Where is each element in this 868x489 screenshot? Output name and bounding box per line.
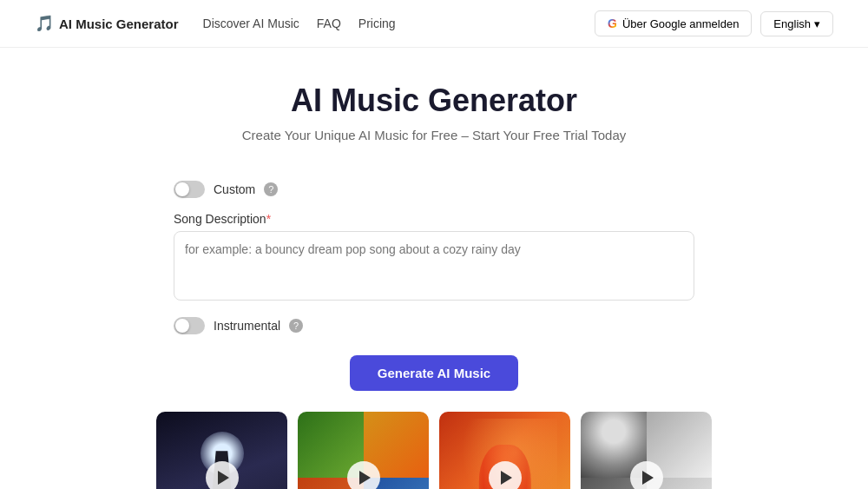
nav-pricing[interactable]: Pricing <box>358 17 396 30</box>
logo-text: AI Music Generator <box>59 17 179 31</box>
header: 🎵 AI Music Generator Discover AI Music F… <box>0 0 868 48</box>
instrumental-toggle[interactable] <box>174 317 205 334</box>
field-label-text: Song Description <box>174 212 266 226</box>
logo: 🎵 AI Music Generator <box>35 14 179 33</box>
song-description-input[interactable] <box>174 231 694 301</box>
form-area: Custom ? Song Description* Instrumental … <box>156 181 712 391</box>
music-card[interactable]: Dil ka raja created by Tanya Thakur <box>156 412 287 489</box>
music-card[interactable]: 生活之歌 created by 京鵲 <box>581 412 712 489</box>
nav-discover[interactable]: Discover AI Music <box>203 17 299 30</box>
google-signin-label: Über Google anmelden <box>622 17 739 30</box>
hero-subtitle: Create Your Unique AI Music for Free – S… <box>17 128 851 142</box>
required-marker: * <box>266 212 271 226</box>
generate-button[interactable]: Generate AI Music <box>350 355 518 391</box>
logo-icon: 🎵 <box>35 14 54 33</box>
instrumental-toggle-row: Instrumental ? <box>174 317 694 334</box>
instrumental-info-icon[interactable]: ? <box>289 319 303 333</box>
nav-links: Discover AI Music FAQ Pricing <box>203 17 396 30</box>
page-title: AI Music Generator <box>17 83 851 119</box>
hero-section: AI Music Generator Create Your Unique AI… <box>0 48 868 160</box>
play-button[interactable] <box>206 461 239 490</box>
custom-toggle[interactable] <box>174 181 205 198</box>
custom-toggle-row: Custom ? <box>174 181 694 198</box>
field-label: Song Description* <box>174 212 694 226</box>
google-g-icon: G <box>608 17 617 30</box>
play-button[interactable] <box>630 461 663 490</box>
nav-faq[interactable]: FAQ <box>317 17 341 30</box>
play-icon <box>642 471 654 485</box>
google-signin-button[interactable]: G Über Google anmelden <box>595 10 752 36</box>
custom-info-icon[interactable]: ? <box>264 182 278 196</box>
play-icon <box>218 471 229 485</box>
music-grid: Dil ka raja created by Tanya Thakur Chou… <box>139 412 729 489</box>
header-right: G Über Google anmelden English ▾ <box>595 10 833 36</box>
chevron-down-icon: ▾ <box>814 17 820 30</box>
toggle-knob <box>175 182 189 196</box>
custom-label: Custom <box>214 182 255 196</box>
play-icon <box>501 471 512 485</box>
music-card[interactable]: Choudhary ka Gaon created by Sports "Mov… <box>298 412 429 489</box>
instrumental-label: Instrumental <box>214 319 280 333</box>
music-card[interactable]: Nachle created by Sports "Movienighte" P… <box>439 412 570 489</box>
play-button[interactable] <box>489 461 522 490</box>
song-description-field: Song Description* <box>174 212 694 303</box>
header-left: 🎵 AI Music Generator Discover AI Music F… <box>35 14 396 33</box>
instrumental-toggle-knob <box>175 319 189 333</box>
language-label: English <box>773 17 811 30</box>
language-selector[interactable]: English ▾ <box>760 11 833 36</box>
play-icon <box>359 471 371 485</box>
play-button[interactable] <box>347 461 380 490</box>
